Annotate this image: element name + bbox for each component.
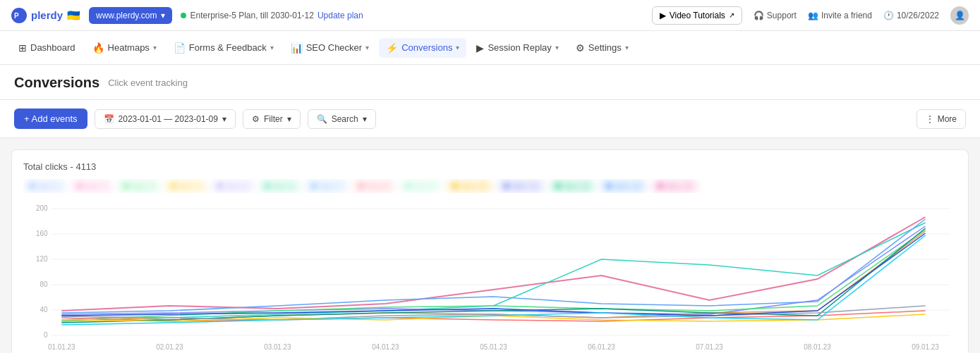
- heatmaps-icon: 🔥: [92, 42, 104, 54]
- chevron-down-icon: ▾: [287, 114, 291, 124]
- chart-container: Total clicks - 4113 Item 1Item 2Item 3It…: [11, 149, 969, 353]
- filter-label: Filter: [264, 114, 283, 124]
- svg-text:05.01.23: 05.01.23: [480, 343, 507, 351]
- nav-label-settings: Settings: [588, 42, 622, 53]
- svg-text:07.01.23: 07.01.23: [696, 343, 723, 351]
- nav-item-forms-feedback[interactable]: 📄 Forms & Feedback ▾: [167, 38, 281, 58]
- svg-text:80: 80: [40, 280, 48, 288]
- user-avatar[interactable]: 👤: [950, 6, 969, 25]
- chart-area: 200 160 120 80 40 0 01.01.23 02.01.23 03…: [23, 202, 957, 353]
- forms-icon: 📄: [174, 42, 186, 54]
- site-selector-label: www.plerdy.com: [96, 11, 157, 20]
- conversions-icon: ⚡: [386, 42, 398, 54]
- site-selector-button[interactable]: www.plerdy.com ▾: [89, 7, 172, 24]
- filter-icon: ⚙: [252, 114, 260, 124]
- legend-item: Item 8: [352, 179, 395, 193]
- chevron-down-icon: ▾: [222, 114, 226, 124]
- invite-icon: 👥: [808, 11, 818, 20]
- svg-text:120: 120: [36, 255, 48, 263]
- chevron-down-icon: ▾: [363, 114, 367, 124]
- invite-friend-link[interactable]: 👥 Invite a friend: [808, 11, 872, 20]
- chevron-down-icon: ▾: [161, 11, 165, 20]
- update-plan-link[interactable]: Update plan: [317, 11, 363, 20]
- legend-item: Item 14: [651, 179, 698, 193]
- topbar-right: ▶ Video Tutorials ↗ 🎧 Support 👥 Invite a…: [652, 6, 969, 25]
- plan-status-dot: [181, 13, 186, 18]
- logo-flag: 🇺🇦: [67, 9, 80, 22]
- calendar-icon: 📅: [104, 114, 114, 124]
- date-range-value: 2023-01-01 — 2023-01-09: [119, 114, 218, 124]
- logo-text: plerdy: [31, 9, 63, 21]
- chevron-down-icon: ▾: [456, 44, 459, 51]
- tutorials-label: Video Tutorials: [670, 11, 725, 20]
- legend-item: Item 9: [399, 179, 442, 193]
- chart-title: Total clicks - 4113: [23, 161, 957, 172]
- nav-label-dashboard: Dashboard: [30, 42, 75, 53]
- more-label: More: [938, 114, 957, 124]
- svg-text:03.01.23: 03.01.23: [264, 343, 291, 351]
- chevron-down-icon: ▾: [270, 44, 274, 51]
- seo-icon: 📊: [291, 42, 303, 54]
- toolbar: + Add events 📅 2023-01-01 — 2023-01-09 ▾…: [0, 100, 980, 138]
- svg-text:160: 160: [36, 230, 48, 237]
- chevron-down-icon: ▾: [365, 44, 369, 51]
- nav-item-session-replay[interactable]: ▶ Session Replay ▾: [469, 38, 565, 58]
- more-button[interactable]: ⋮ More: [917, 109, 966, 129]
- svg-text:40: 40: [40, 306, 48, 314]
- external-link-icon: ↗: [729, 11, 734, 19]
- topbar: P plerdy 🇺🇦 www.plerdy.com ▾ Enterprise-…: [0, 0, 980, 31]
- nav-item-seo-checker[interactable]: 📊 SEO Checker ▾: [284, 38, 376, 58]
- filter-button[interactable]: ⚙ Filter ▾: [243, 109, 301, 129]
- support-link[interactable]: 🎧 Support: [754, 11, 797, 20]
- legend-item: Item 11: [497, 179, 545, 193]
- tutorials-icon: ▶: [660, 11, 666, 20]
- nav-item-heatmaps[interactable]: 🔥 Heatmaps ▾: [85, 38, 164, 58]
- nav-label-conversions: Conversions: [401, 42, 452, 53]
- date-text: 10/26/2022: [897, 11, 939, 20]
- chevron-down-icon: ▾: [555, 44, 559, 51]
- support-label: Support: [767, 11, 797, 20]
- legend-item: Item 7: [305, 179, 348, 193]
- dashboard-icon: ⊞: [18, 42, 27, 54]
- nav-label-heatmaps: Heatmaps: [108, 42, 150, 53]
- legend-item: Item 1: [23, 179, 66, 193]
- chevron-down-icon: ▾: [153, 44, 157, 51]
- avatar-icon: 👤: [955, 11, 965, 20]
- topbar-left: P plerdy 🇺🇦 www.plerdy.com ▾ Enterprise-…: [11, 7, 363, 24]
- page-subtitle: Click event tracking: [108, 78, 188, 88]
- logo-icon: P: [11, 8, 27, 23]
- legend-item: Item 5: [211, 179, 254, 193]
- chevron-down-icon: ▾: [625, 44, 629, 51]
- search-button[interactable]: 🔍 Search ▾: [308, 109, 376, 129]
- legend-item: Item 6: [258, 179, 301, 193]
- content-header: Conversions Click event tracking: [0, 65, 980, 100]
- line-chart: 200 160 120 80 40 0 01.01.23 02.01.23 03…: [23, 202, 957, 353]
- svg-text:09.01.23: 09.01.23: [912, 343, 939, 351]
- page-title: Conversions: [14, 75, 99, 91]
- svg-text:200: 200: [36, 204, 48, 212]
- nav-item-dashboard[interactable]: ⊞ Dashboard: [11, 38, 83, 58]
- navbar: ⊞ Dashboard 🔥 Heatmaps ▾ 📄 Forms & Feedb…: [0, 31, 980, 65]
- clock-icon: 🕐: [883, 11, 894, 20]
- add-events-button[interactable]: + Add events: [14, 109, 87, 129]
- more-dots-icon: ⋮: [926, 114, 934, 124]
- logo: P plerdy 🇺🇦: [11, 8, 80, 23]
- plan-badge: Enterprise-5 Plan, till 2030-01-12 Updat…: [181, 11, 363, 20]
- legend-item: Item 10: [446, 179, 493, 193]
- nav-label-session-replay: Session Replay: [488, 42, 551, 53]
- nav-label-forms-feedback: Forms & Feedback: [189, 42, 267, 53]
- svg-text:P: P: [14, 12, 19, 20]
- nav-label-seo-checker: SEO Checker: [306, 42, 362, 53]
- chart-legend: Item 1Item 2Item 3Item 4Item 5Item 6Item…: [23, 179, 957, 193]
- settings-icon: ⚙: [576, 42, 585, 54]
- search-icon: 🔍: [317, 114, 327, 124]
- nav-item-conversions[interactable]: ⚡ Conversions ▾: [379, 38, 466, 58]
- support-icon: 🎧: [754, 11, 764, 20]
- nav-item-settings[interactable]: ⚙ Settings ▾: [569, 38, 636, 58]
- svg-text:01.01.23: 01.01.23: [48, 343, 75, 351]
- svg-text:04.01.23: 04.01.23: [372, 343, 399, 351]
- legend-item: Item 12: [549, 179, 596, 193]
- svg-text:0: 0: [44, 331, 48, 339]
- video-tutorials-button[interactable]: ▶ Video Tutorials ↗: [652, 6, 742, 25]
- date-range-picker[interactable]: 📅 2023-01-01 — 2023-01-09 ▾: [95, 109, 236, 129]
